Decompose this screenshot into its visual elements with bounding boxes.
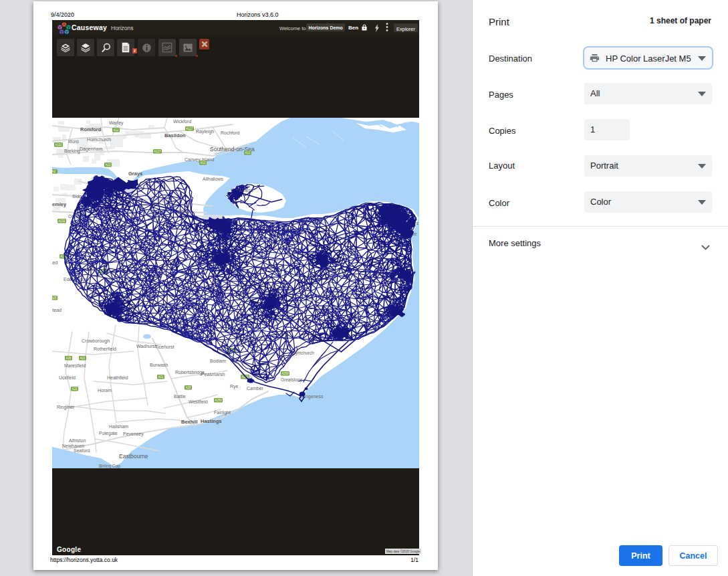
svg-text:Grays: Grays xyxy=(128,171,142,177)
svg-text:Crowborough: Crowborough xyxy=(82,339,110,344)
svg-text:Hastings: Hastings xyxy=(201,418,222,424)
svg-text:Pevensey: Pevensey xyxy=(123,431,144,437)
svg-text:Allhallows: Allhallows xyxy=(203,177,224,181)
svg-text:Birling Gap: Birling Gap xyxy=(99,464,121,468)
svg-text:Peasmarsh: Peasmarsh xyxy=(201,372,225,377)
svg-text:Rochford: Rochford xyxy=(221,130,240,135)
svg-text:Heathfield: Heathfield xyxy=(107,375,128,380)
svg-text:Dagenham: Dagenham xyxy=(80,147,102,152)
svg-text:A13: A13 xyxy=(200,161,206,165)
svg-text:Ilford: Ilford xyxy=(68,139,79,144)
svg-text:A259: A259 xyxy=(215,399,222,402)
svg-text:Eastbourne: Eastbourne xyxy=(119,453,148,460)
svg-text:A127: A127 xyxy=(154,150,161,153)
svg-text:A26: A26 xyxy=(66,357,72,360)
svg-text:Seaford: Seaford xyxy=(74,448,90,453)
svg-text:Bodiam: Bodiam xyxy=(210,359,226,363)
svg-text:Camber: Camber xyxy=(247,386,264,391)
svg-text:Rye: Rye xyxy=(230,384,239,389)
svg-text:ked: ked xyxy=(52,260,57,265)
svg-text:Bexhill: Bexhill xyxy=(181,419,198,425)
svg-text:A13: A13 xyxy=(245,151,251,155)
svg-text:Burwash: Burwash xyxy=(150,363,168,367)
svg-text:A12: A12 xyxy=(113,128,119,132)
svg-text:Polegate: Polegate xyxy=(99,431,118,436)
svg-text:Newhaven: Newhaven xyxy=(62,444,84,448)
svg-text:A13: A13 xyxy=(105,163,111,167)
svg-text:Westfield: Westfield xyxy=(189,399,208,404)
svg-text:A21: A21 xyxy=(158,375,164,379)
svg-text:Warley: Warley xyxy=(109,120,124,126)
svg-text:A21: A21 xyxy=(80,357,86,360)
svg-text:Fairlight: Fairlight xyxy=(214,410,231,415)
svg-text:Basildon: Basildon xyxy=(164,132,186,138)
svg-text:Alfriston: Alfriston xyxy=(69,438,86,443)
svg-text:Rotherfield: Rotherfield xyxy=(94,347,116,351)
svg-text:Hornchurch: Hornchurch xyxy=(87,137,111,142)
svg-text:A127: A127 xyxy=(186,127,193,130)
svg-text:A232: A232 xyxy=(58,219,66,223)
svg-text:Battle: Battle xyxy=(174,394,186,399)
svg-text:A2: A2 xyxy=(52,170,56,173)
svg-text:remley: remley xyxy=(52,201,67,207)
svg-text:Robertsbridge: Robertsbridge xyxy=(175,370,205,375)
svg-text:Horam: Horam xyxy=(98,388,112,393)
svg-text:A22: A22 xyxy=(72,387,78,391)
svg-text:Wadhurst: Wadhurst xyxy=(136,344,156,349)
svg-text:Ringmer: Ringmer xyxy=(57,405,75,410)
svg-text:A259: A259 xyxy=(281,372,289,375)
svg-text:Uckfield: Uckfield xyxy=(59,375,76,380)
svg-text:A28: A28 xyxy=(185,386,191,389)
svg-text:Barking: Barking xyxy=(64,149,80,154)
svg-text:Maresfield: Maresfield xyxy=(64,363,86,368)
svg-text:Ticehurst: Ticehurst xyxy=(155,345,174,349)
svg-text:Wickford: Wickford xyxy=(173,119,191,124)
svg-text:Rayleigh: Rayleigh xyxy=(196,129,214,134)
svg-text:A25: A25 xyxy=(52,296,57,300)
svg-text:Romford: Romford xyxy=(80,126,102,132)
svg-text:A102: A102 xyxy=(55,143,62,147)
svg-text:Hailsham: Hailsham xyxy=(109,424,128,429)
svg-text:stead: stead xyxy=(52,308,62,312)
